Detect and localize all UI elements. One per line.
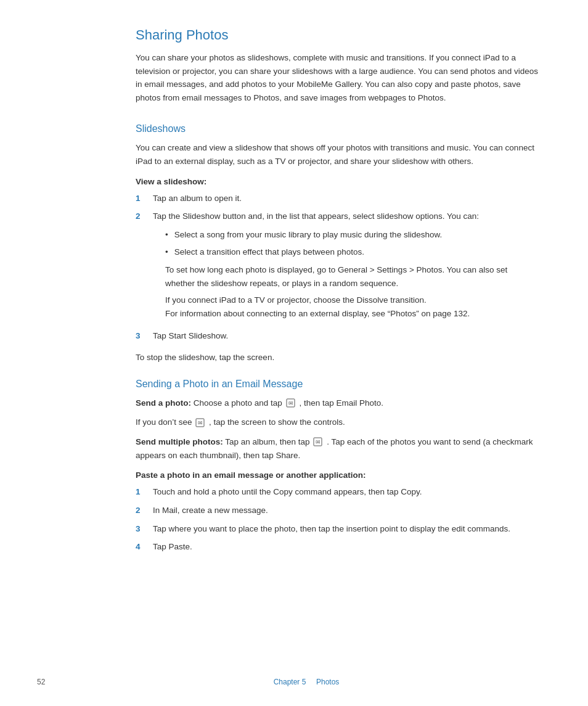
paste-step-2-text: In Mail, create a new message. [153,504,268,517]
slideshow-bullets: Select a song from your music library to… [165,228,539,258]
paste-step-4-text: Tap Paste. [153,540,192,554]
send-multiple-label: Send multiple photos: [136,437,223,446]
svg-text:✉: ✉ [288,400,293,406]
share-icon-3: ✉ [313,437,323,447]
paste-step-3: 3 Tap where you want to place the photo,… [136,522,539,536]
step-3-text: Tap Start Slideshow. [153,329,228,343]
step-2-content: Tap the Slideshow button and, in the lis… [153,210,539,324]
paste-steps: 1 Touch and hold a photo until the Copy … [136,485,539,553]
footer: 52 Chapter 5 Photos [0,676,588,688]
indented-notes: To set how long each photo is displayed,… [165,263,539,320]
paste-step-1: 1 Touch and hold a photo until the Copy … [136,485,539,499]
bullet-2-text: Select a transition effect that plays be… [174,245,364,259]
if-dont-see-text: If you don’t see [136,417,194,427]
send-multiple-text: Tap an album, then tap [225,437,312,446]
step-2-text: Tap the Slideshow button and, in the lis… [153,211,479,221]
sending-photo-title: Sending a Photo in an Email Message [136,377,539,392]
view-slideshow-label: View a slideshow: [136,176,539,188]
paste-step-number-3: 3 [136,522,148,536]
share-icon-2: ✉ [195,418,205,428]
step-number-1: 1 [136,192,148,205]
indented-note-2: If you connect iPad to a TV or projector… [165,293,539,320]
if-dont-see-paragraph: If you don’t see ✉ , tap the screen to s… [136,416,539,429]
paste-step-1-text: Touch and hold a photo until the Copy co… [153,485,422,499]
slideshow-steps: 1 Tap an album to open it. 2 Tap the Sli… [136,192,539,342]
paste-step-3-text: Tap where you want to place the photo, t… [153,522,510,536]
svg-text:✉: ✉ [198,420,203,426]
share-icon-1: ✉ [286,398,296,408]
paste-step-4: 4 Tap Paste. [136,540,539,554]
slideshows-title: Slideshows [136,121,539,136]
svg-text:✉: ✉ [316,439,321,445]
paste-step-number-4: 4 [136,540,148,554]
step-number-3: 3 [136,329,148,343]
slideshows-intro: You can create and view a slideshow that… [136,141,539,168]
stop-slideshow-text: To stop the slideshow, tap the screen. [136,351,539,364]
chapter-label: Chapter 5 [274,678,306,686]
page: Sharing Photos You can share your photos… [0,0,588,706]
step-number-2: 2 [136,210,148,223]
bullet-1: Select a song from your music library to… [165,228,539,242]
send-photo-text: Choose a photo and tap [194,398,285,408]
page-number: 52 [37,676,74,688]
slideshow-step-3: 3 Tap Start Slideshow. [136,329,539,343]
paste-step-2: 2 In Mail, create a new message. [136,504,539,517]
if-dont-see-text2: , tap the screen to show the controls. [209,417,345,427]
footer-chapter: Chapter 5 Photos [74,676,539,688]
slideshow-step-2: 2 Tap the Slideshow button and, in the l… [136,210,539,324]
chapter-title: Photos [316,678,339,686]
sharing-photos-title: Sharing Photos [136,25,539,45]
paste-step-number-1: 1 [136,485,148,499]
send-photo-paragraph: Send a photo: Choose a photo and tap ✉ ,… [136,396,539,410]
send-photo-label: Send a photo: [136,398,191,408]
sharing-photos-intro: You can share your photos as slideshows,… [136,51,539,104]
paste-step-number-2: 2 [136,504,148,517]
send-photo-text2: , then tap Email Photo. [299,398,383,408]
indented-note-1: To set how long each photo is displayed,… [165,263,539,290]
paste-photo-label: Paste a photo in an email message or ano… [136,469,539,482]
bullet-1-text: Select a song from your music library to… [174,228,442,242]
bullet-2: Select a transition effect that plays be… [165,245,539,259]
step-1-text: Tap an album to open it. [153,192,242,205]
slideshow-step-1: 1 Tap an album to open it. [136,192,539,205]
send-multiple-paragraph: Send multiple photos: Tap an album, then… [136,435,539,462]
